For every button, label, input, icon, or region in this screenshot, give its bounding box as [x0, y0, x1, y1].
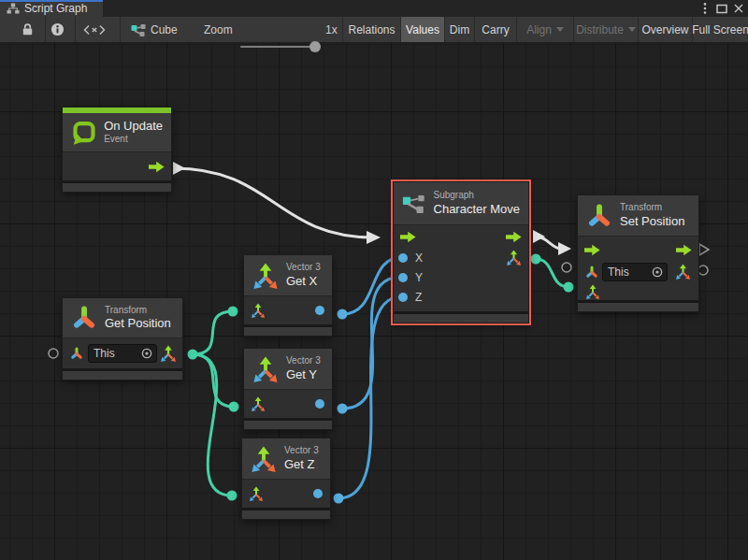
- node-footer: [244, 421, 332, 429]
- vector3-icon: [252, 263, 279, 289]
- node-header: Vector 3 Get Z: [242, 438, 330, 480]
- maximize-icon[interactable]: [714, 1, 729, 16]
- node-header: On Update Event: [63, 113, 171, 152]
- node-get-x[interactable]: Vector 3 Get X: [243, 254, 333, 337]
- node-footer: [242, 510, 330, 519]
- flow-in-port[interactable]: [584, 244, 600, 256]
- tab-title: Script Graph: [24, 2, 87, 15]
- node-header: Transform Get Position: [63, 298, 182, 338]
- port-x[interactable]: [398, 253, 408, 263]
- node-on-update[interactable]: On Update Event: [62, 107, 172, 193]
- fullscreen-button[interactable]: Full Screen: [692, 17, 748, 42]
- zoom-slider-track[interactable]: [240, 46, 313, 48]
- zoom-slider-handle[interactable]: [309, 41, 321, 52]
- more-menu-icon[interactable]: [698, 1, 712, 16]
- this-field[interactable]: This: [602, 263, 668, 281]
- chevron-down-icon: [628, 27, 636, 32]
- node-get-y[interactable]: Vector 3 Get Y: [243, 348, 333, 430]
- distribute-label: Distribute: [576, 23, 624, 36]
- node-category: Transform: [620, 202, 684, 214]
- vector3-in-port[interactable]: [249, 486, 264, 501]
- vector3-out-port[interactable]: [160, 345, 177, 362]
- object-picker-icon[interactable]: [652, 266, 663, 278]
- float-out-port[interactable]: [315, 399, 324, 409]
- transform-icon: [586, 203, 612, 229]
- float-out-port[interactable]: [315, 306, 324, 315]
- close-icon[interactable]: [731, 1, 746, 16]
- graph-target-label[interactable]: Cube: [151, 17, 178, 42]
- vector3-out-port[interactable]: [675, 264, 691, 280]
- vector3-in-port[interactable]: [585, 284, 600, 299]
- vector3-icon: [251, 446, 277, 472]
- transform-in-port[interactable]: [69, 346, 84, 361]
- node-body: [242, 480, 330, 508]
- graph-icon: [7, 3, 20, 14]
- node-body: This: [63, 338, 182, 368]
- node-character-move[interactable]: Subgraph Character Move X Y Z: [393, 181, 529, 323]
- chevron-down-icon: [556, 27, 564, 32]
- node-title: On Update: [104, 119, 163, 134]
- carry-button[interactable]: Carry: [474, 17, 516, 42]
- node-title: Get Y: [286, 367, 321, 382]
- node-title: Character Move: [434, 202, 520, 217]
- dim-button[interactable]: Dim: [444, 17, 474, 42]
- node-body: [63, 152, 171, 180]
- node-footer: [63, 371, 182, 380]
- vector3-in-port[interactable]: [251, 396, 266, 411]
- float-out-port[interactable]: [313, 489, 323, 498]
- relations-button[interactable]: Relations: [342, 17, 400, 42]
- info-icon[interactable]: [50, 22, 65, 36]
- flow-in-port[interactable]: [400, 231, 416, 243]
- vector3-out-port[interactable]: [506, 250, 522, 266]
- vector3-icon: [252, 356, 279, 382]
- node-set-position[interactable]: Transform Set Position This: [577, 194, 699, 312]
- node-body: This: [578, 237, 698, 300]
- node-get-z[interactable]: Vector 3 Get Z: [241, 438, 331, 520]
- align-button[interactable]: Align: [516, 17, 573, 42]
- subgraph-icon: [402, 193, 426, 215]
- node-header: Subgraph Character Move: [394, 182, 528, 225]
- overview-button[interactable]: Overview: [638, 17, 692, 42]
- zoom-label: Zoom: [204, 17, 233, 42]
- node-body: X Y Z: [394, 225, 528, 311]
- port-z-label: Z: [415, 291, 422, 304]
- node-body: [244, 296, 332, 324]
- node-footer: [63, 183, 171, 192]
- toolbar-separator: [45, 17, 46, 42]
- values-button[interactable]: Values: [400, 17, 444, 42]
- port-x-label: X: [415, 251, 423, 265]
- node-get-position[interactable]: Transform Get Position This: [62, 297, 183, 381]
- node-header: Transform Set Position: [578, 195, 698, 237]
- port-z[interactable]: [398, 293, 408, 302]
- node-category: Transform: [105, 305, 171, 317]
- transform-in-port[interactable]: [584, 265, 599, 280]
- toolbar-separator: [120, 17, 121, 42]
- node-body: [244, 390, 332, 418]
- node-footer: [394, 314, 528, 323]
- node-category: Vector 3: [284, 445, 319, 457]
- node-title: Get Position: [105, 316, 171, 331]
- active-tab-highlight: [0, 0, 103, 2]
- node-footer: [578, 303, 698, 311]
- lock-icon[interactable]: [22, 22, 34, 36]
- graph-target-icon: [131, 23, 146, 36]
- node-header: Vector 3 Get Y: [244, 349, 332, 390]
- node-category: Subgraph: [434, 190, 520, 202]
- node-category: Vector 3: [286, 262, 321, 274]
- flow-out-port[interactable]: [676, 244, 692, 256]
- toolbar-separator: [75, 17, 76, 42]
- flow-out-port[interactable]: [149, 161, 165, 173]
- this-field[interactable]: This: [88, 344, 157, 363]
- event-icon: [71, 120, 96, 146]
- vector3-in-port[interactable]: [251, 303, 266, 318]
- zoom-value: 1x: [325, 17, 338, 42]
- distribute-button[interactable]: Distribute: [573, 17, 638, 42]
- object-picker-icon[interactable]: [141, 348, 152, 359]
- port-y-label: Y: [415, 271, 423, 284]
- this-value: This: [94, 347, 115, 360]
- port-y[interactable]: [398, 273, 408, 282]
- tab-script-graph[interactable]: Script Graph: [0, 0, 103, 17]
- flow-out-port[interactable]: [506, 231, 522, 243]
- code-view-icon[interactable]: [83, 24, 106, 36]
- transform-icon: [71, 305, 97, 331]
